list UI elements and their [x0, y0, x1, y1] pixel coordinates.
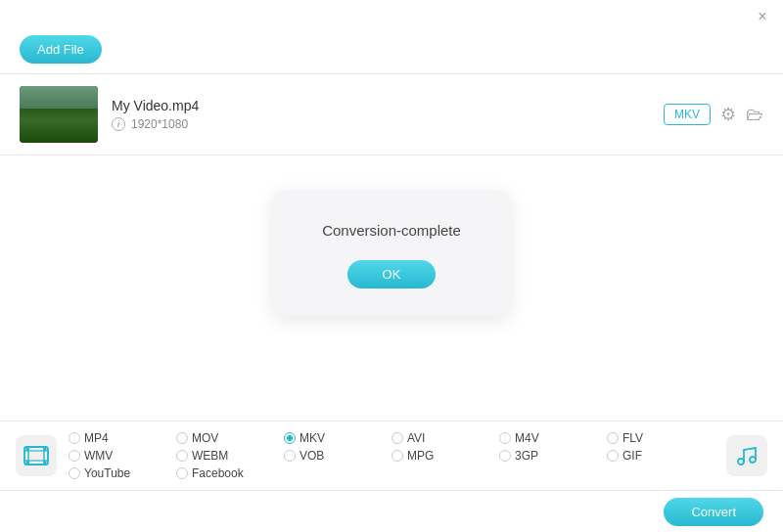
format-option-mpg[interactable]: MPG — [392, 449, 499, 463]
settings-icon[interactable]: ⚙ — [720, 104, 736, 125]
add-file-button[interactable]: Add File — [20, 35, 102, 64]
svg-rect-5 — [26, 461, 29, 464]
format-label-flv: FLV — [622, 431, 643, 445]
format-label-avi: AVI — [407, 431, 425, 445]
file-name: My Video.mp4 — [112, 98, 650, 113]
toolbar: Add File — [0, 29, 783, 74]
file-actions: MKV ⚙ 🗁 — [664, 104, 763, 125]
format-option-avi[interactable]: AVI — [392, 431, 499, 445]
radio-m4v[interactable] — [499, 432, 511, 444]
radio-avi[interactable] — [392, 432, 403, 444]
format-option-m4v[interactable]: M4V — [499, 431, 607, 445]
dialog-overlay: Conversion-complete OK — [0, 155, 783, 351]
format-label-vob: VOB — [299, 449, 324, 463]
format-label-mkv: MKV — [299, 431, 325, 445]
title-bar: × — [0, 0, 783, 29]
file-item: My Video.mp4 i 1920*1080 MKV ⚙ 🗁 — [20, 86, 763, 143]
dialog-message: Conversion-complete — [322, 222, 461, 239]
ok-button[interactable]: OK — [347, 260, 437, 288]
format-option-3gp[interactable]: 3GP — [499, 449, 607, 463]
radio-flv[interactable] — [607, 432, 619, 444]
format-label-mov: MOV — [192, 431, 218, 445]
format-label-wmv: WMV — [84, 449, 113, 463]
close-button[interactable]: × — [754, 8, 771, 25]
svg-point-8 — [738, 459, 744, 465]
format-badge[interactable]: MKV — [664, 104, 711, 125]
radio-mpg[interactable] — [392, 450, 403, 462]
radio-wmv[interactable] — [69, 450, 80, 462]
svg-rect-7 — [44, 461, 47, 464]
file-meta: i 1920*1080 — [112, 117, 650, 131]
info-icon[interactable]: i — [112, 117, 125, 131]
format-option-webm[interactable]: WEBM — [176, 449, 284, 463]
radio-gif[interactable] — [607, 450, 619, 462]
svg-rect-6 — [44, 448, 47, 451]
format-option-mov[interactable]: MOV — [176, 431, 284, 445]
file-thumbnail — [20, 86, 98, 143]
audio-format-icon[interactable] — [726, 435, 767, 476]
format-option-flv[interactable]: FLV — [607, 431, 714, 445]
radio-mkv[interactable] — [284, 432, 296, 444]
file-info: My Video.mp4 i 1920*1080 — [112, 98, 650, 131]
action-bar: Convert — [0, 491, 783, 532]
radio-3gp[interactable] — [499, 450, 511, 462]
format-option-facebook[interactable]: Facebook — [176, 466, 284, 480]
format-option-mkv[interactable]: MKV — [284, 431, 392, 445]
radio-facebook[interactable] — [176, 467, 188, 479]
svg-rect-4 — [26, 448, 29, 451]
format-label-webm: WEBM — [192, 449, 228, 463]
format-label-youtube: YouTube — [84, 466, 130, 480]
format-label-mpg: MPG — [407, 449, 434, 463]
format-label-mp4: MP4 — [84, 431, 109, 445]
radio-mov[interactable] — [176, 432, 188, 444]
format-option-mp4[interactable]: MP4 — [69, 431, 176, 445]
file-list: My Video.mp4 i 1920*1080 MKV ⚙ 🗁 — [0, 74, 783, 155]
conversion-dialog: Conversion-complete OK — [273, 191, 510, 316]
content-area: Conversion-complete OK — [0, 155, 783, 351]
folder-icon[interactable]: 🗁 — [746, 105, 763, 125]
radio-webm[interactable] — [176, 450, 188, 462]
format-option-gif[interactable]: GIF — [607, 449, 714, 463]
video-format-icon[interactable] — [16, 435, 57, 476]
format-label-facebook: Facebook — [192, 466, 244, 480]
convert-button[interactable]: Convert — [664, 498, 763, 526]
radio-vob[interactable] — [284, 450, 296, 462]
radio-mp4[interactable] — [69, 432, 80, 444]
format-option-youtube[interactable]: YouTube — [69, 466, 176, 480]
format-label-gif: GIF — [622, 449, 642, 463]
format-label-m4v: M4V — [515, 431, 539, 445]
format-label-3gp: 3GP — [515, 449, 538, 463]
radio-youtube[interactable] — [69, 467, 80, 479]
file-resolution: 1920*1080 — [131, 117, 188, 131]
format-bar: MP4 MOV MKV AVI M4V FLV WMV WEBM — [0, 421, 783, 491]
format-options: MP4 MOV MKV AVI M4V FLV WMV WEBM — [69, 431, 714, 480]
format-option-vob[interactable]: VOB — [284, 449, 392, 463]
format-option-wmv[interactable]: WMV — [69, 449, 176, 463]
